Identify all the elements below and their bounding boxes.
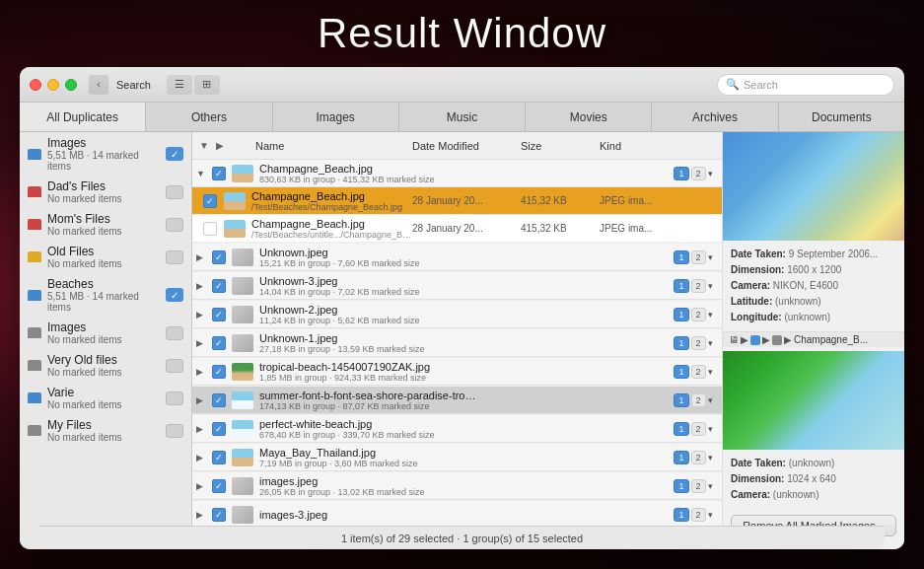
row-check[interactable] <box>196 222 224 236</box>
badge-2[interactable]: 2 <box>691 250 706 264</box>
group-expand-icon[interactable]: ▶ <box>196 395 212 405</box>
badge-1[interactable]: 1 <box>674 279 688 293</box>
tab-documents[interactable]: Documents <box>779 103 904 131</box>
tab-others[interactable]: Others <box>146 103 272 131</box>
sidebar-checkbox[interactable]: ✓ <box>166 147 183 161</box>
group-expand-icon[interactable]: ▶ <box>196 481 212 491</box>
badge-2[interactable]: 2 <box>691 279 706 293</box>
group-checkbox[interactable]: ✓ <box>212 250 226 264</box>
group-checkbox[interactable]: ✓ <box>212 508 226 522</box>
group-header[interactable]: ▶ ✓ Unknown.jpeg 15,21 KB in group · 7,6… <box>192 244 722 271</box>
badge-2[interactable]: 2 <box>691 508 706 522</box>
badge-2[interactable]: 2 <box>691 393 706 407</box>
badge-1[interactable]: 1 <box>674 479 688 493</box>
column-size[interactable]: Size <box>521 140 600 152</box>
grid-view-button[interactable]: ⊞ <box>194 75 220 95</box>
tab-movies[interactable]: Movies <box>526 103 652 131</box>
sidebar-item-images-2[interactable]: Images No marked items <box>20 317 191 349</box>
group-expand-icon[interactable]: ▶ <box>196 367 212 377</box>
file-row[interactable]: ✓ Champagne_Beach.jpg /Test/Beaches/Cham… <box>192 187 722 215</box>
group-expand-icon[interactable]: ▶ <box>196 310 212 320</box>
sidebar-item-dads-files[interactable]: Dad's Files No marked items <box>20 176 191 208</box>
file-checkbox[interactable] <box>203 222 217 236</box>
badge-2[interactable]: 2 <box>691 167 706 180</box>
badge-1[interactable]: 1 <box>674 336 688 350</box>
sidebar-item-varie[interactable]: Varie No marked items <box>20 382 191 414</box>
close-button[interactable] <box>30 79 41 91</box>
badge-1[interactable]: 1 <box>674 365 688 379</box>
group-checkbox[interactable]: ✓ <box>212 393 226 407</box>
badge-dropdown[interactable]: ▾ <box>708 510 713 520</box>
tab-music[interactable]: Music <box>399 103 526 131</box>
maximize-button[interactable] <box>65 79 77 91</box>
sidebar-checkbox-empty[interactable] <box>166 424 183 438</box>
group-header[interactable]: ▶ ✓ Maya_Bay_Thailand.jpg 7,19 MB in gro… <box>192 444 722 471</box>
sidebar-checkbox[interactable]: ✓ <box>166 288 183 302</box>
badge-1[interactable]: 1 <box>674 451 688 464</box>
group-header[interactable]: ▶ ✓ images.jpeg 26,05 KB in group · 13,0… <box>192 472 722 500</box>
list-view-button[interactable]: ☰ <box>167 75 192 95</box>
file-list[interactable]: ▼ ✓ Champagne_Beach.jpg 830,63 KB in gro… <box>192 160 722 549</box>
badge-2[interactable]: 2 <box>691 451 706 464</box>
badge-2[interactable]: 2 <box>691 308 706 321</box>
badge-dropdown[interactable]: ▾ <box>708 310 713 320</box>
sidebar-checkbox-empty[interactable] <box>166 359 183 373</box>
badge-dropdown[interactable]: ▾ <box>708 367 713 377</box>
group-header-highlighted[interactable]: ▶ ✓ summer-font-b-font-sea-shore-paradis… <box>192 387 722 414</box>
minimize-button[interactable] <box>47 79 59 91</box>
group-checkbox[interactable]: ✓ <box>212 422 226 436</box>
badge-dropdown[interactable]: ▾ <box>708 453 713 462</box>
badge-1[interactable]: 1 <box>674 250 688 264</box>
badge-dropdown[interactable]: ▾ <box>708 481 713 491</box>
group-expand-icon[interactable]: ▶ <box>196 453 212 462</box>
group-header[interactable]: ▶ ✓ Unknown-3.jpeg 14,04 KB in group · 7… <box>192 272 722 300</box>
group-header[interactable]: ▶ ✓ perfect-white-beach.jpg 678,40 KB in… <box>192 415 722 443</box>
sort-up-icon[interactable]: ▶ <box>212 140 228 151</box>
badge-dropdown[interactable]: ▾ <box>708 281 713 291</box>
badge-dropdown[interactable]: ▾ <box>708 395 713 405</box>
group-expand-icon[interactable]: ▶ <box>196 281 212 291</box>
group-checkbox[interactable]: ✓ <box>212 279 226 293</box>
column-date[interactable]: Date Modified <box>412 140 521 152</box>
group-checkbox[interactable]: ✓ <box>212 479 226 493</box>
group-expand-icon[interactable]: ▶ <box>196 510 212 520</box>
sidebar-checkbox-empty[interactable] <box>166 218 183 232</box>
column-name[interactable]: Name <box>255 140 412 152</box>
group-checkbox[interactable]: ✓ <box>212 167 226 180</box>
sidebar-item-images-1[interactable]: Images 5,51 MB · 14 marked items ✓ <box>20 132 191 176</box>
row-check[interactable]: ✓ <box>196 194 224 208</box>
badge-1[interactable]: 1 <box>674 393 688 407</box>
file-row[interactable]: Champagne_Beach.jpg /Test/Beaches/untitl… <box>192 215 722 243</box>
group-expand-icon[interactable]: ▶ <box>196 424 212 434</box>
badge-2[interactable]: 2 <box>691 336 706 350</box>
badge-2[interactable]: 2 <box>691 479 706 493</box>
search-bar[interactable]: 🔍 Search <box>717 74 894 96</box>
column-kind[interactable]: Kind <box>600 140 669 152</box>
file-checkbox[interactable]: ✓ <box>203 194 217 208</box>
group-header[interactable]: ▶ ✓ Unknown-2.jpeg 11,24 KB in group · 5… <box>192 301 722 328</box>
badge-dropdown[interactable]: ▾ <box>708 338 713 348</box>
sidebar-checkbox-empty[interactable] <box>166 391 183 405</box>
group-checkbox[interactable]: ✓ <box>212 451 226 464</box>
group-checkbox[interactable]: ✓ <box>212 365 226 379</box>
badge-dropdown[interactable]: ▾ <box>708 424 713 434</box>
badge-1[interactable]: 1 <box>674 508 688 522</box>
tab-images[interactable]: Images <box>273 103 399 131</box>
sidebar-item-my-files[interactable]: My Files No marked items <box>20 414 191 447</box>
back-button[interactable]: ‹ <box>89 75 108 95</box>
group-header[interactable]: ▼ ✓ Champagne_Beach.jpg 830,63 KB in gro… <box>192 160 722 187</box>
sort-down-icon[interactable]: ▼ <box>196 140 212 151</box>
group-expand-icon[interactable]: ▼ <box>196 169 212 178</box>
group-checkbox[interactable]: ✓ <box>212 336 226 350</box>
sidebar-item-very-old-files[interactable]: Very Old files No marked items <box>20 349 191 382</box>
badge-2[interactable]: 2 <box>691 365 706 379</box>
group-header[interactable]: ▶ ✓ images-3.jpeg 1 2 ▾ <box>192 501 722 529</box>
badge-1[interactable]: 1 <box>674 167 688 180</box>
group-expand-icon[interactable]: ▶ <box>196 252 212 262</box>
badge-1[interactable]: 1 <box>674 422 688 436</box>
badge-1[interactable]: 1 <box>674 308 688 321</box>
group-header[interactable]: ▶ ✓ Unknown-1.jpeg 27,18 KB in group · 1… <box>192 329 722 357</box>
tab-archives[interactable]: Archives <box>652 103 778 131</box>
badge-2[interactable]: 2 <box>691 422 706 436</box>
sidebar-item-old-files[interactable]: Old Files No marked items <box>20 241 191 273</box>
